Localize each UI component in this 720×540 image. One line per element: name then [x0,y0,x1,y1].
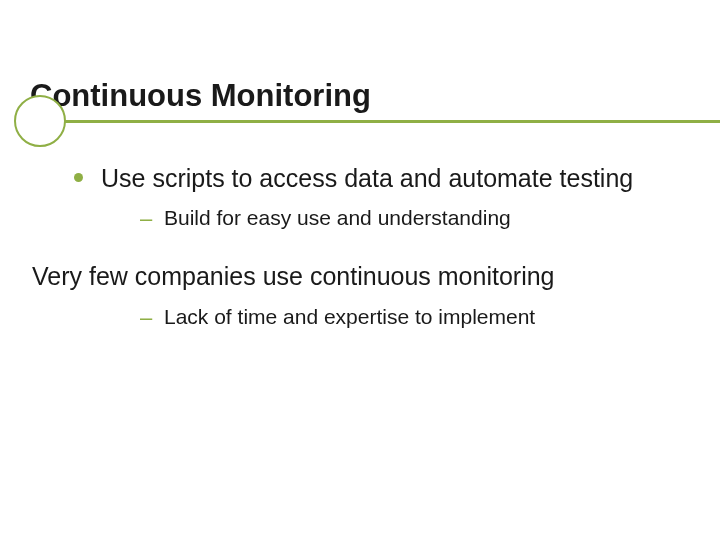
slide-header: Continuous Monitoring [0,78,720,123]
bullet-item: Use scripts to access data and automate … [30,162,690,194]
dash-icon: – [140,206,150,232]
horizontal-line [64,120,720,123]
dash-icon: – [140,305,150,331]
slide-title: Continuous Monitoring [0,78,720,120]
sub-bullet-text: Lack of time and expertise to implement [164,303,690,330]
sub-bullet-item: – Lack of time and expertise to implemen… [30,303,690,331]
slide-content: Use scripts to access data and automate … [30,162,690,359]
plain-line: Very few companies use continuous monito… [32,260,690,293]
bullet-text: Use scripts to access data and automate … [101,162,690,194]
bullet-disc-icon [74,173,83,182]
circle-icon [14,95,66,147]
title-rule [0,120,720,123]
sub-bullet-item: – Build for easy use and understanding [30,204,690,232]
sub-bullet-text: Build for easy use and understanding [164,204,690,231]
slide: Continuous Monitoring Use scripts to acc… [0,0,720,540]
